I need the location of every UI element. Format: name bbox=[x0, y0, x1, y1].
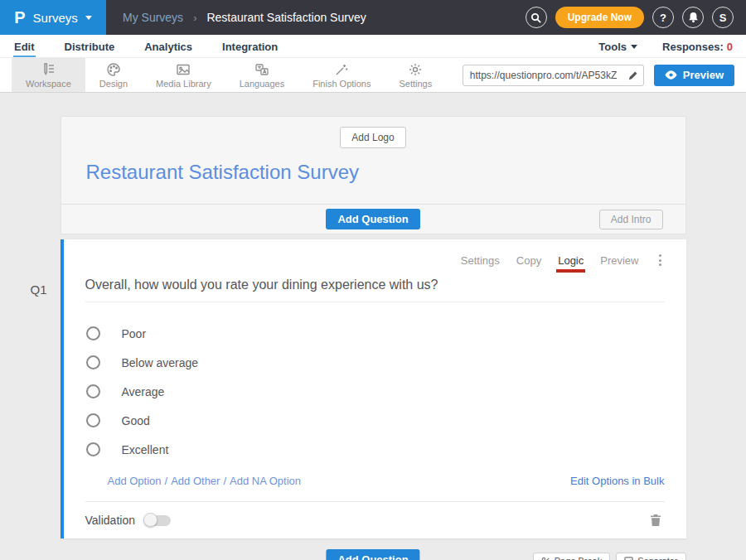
question-logic-link[interactable]: Logic bbox=[558, 254, 584, 267]
trash-icon bbox=[650, 514, 661, 527]
pencil-icon bbox=[628, 70, 638, 80]
radio-button[interactable] bbox=[86, 413, 100, 427]
ellipsis-icon bbox=[659, 254, 661, 257]
add-question-button-bottom[interactable]: Add Question bbox=[326, 549, 419, 560]
toolbar-item-label: Workspace bbox=[26, 79, 71, 89]
page-break-label: Page Break bbox=[555, 556, 602, 560]
toolbar-item-design[interactable]: Design bbox=[85, 58, 142, 92]
radio-button[interactable] bbox=[86, 384, 100, 398]
validation-toggle[interactable] bbox=[146, 515, 171, 526]
breadcrumb-my-surveys[interactable]: My Surveys bbox=[123, 11, 183, 24]
logic-label: Logic bbox=[558, 254, 584, 267]
tab-edit[interactable]: Edit bbox=[13, 38, 36, 57]
topbar: P Surveys My Surveys › Restaurant Satisf… bbox=[0, 0, 746, 35]
magic-wand-icon bbox=[334, 61, 350, 77]
toolbar-right: Preview bbox=[463, 58, 734, 92]
add-logo-button[interactable]: Add Logo bbox=[340, 127, 405, 148]
toggle-knob bbox=[143, 513, 157, 527]
survey-url-box bbox=[463, 65, 644, 86]
survey-nav: Edit Distribute Analytics Integration To… bbox=[0, 35, 746, 57]
question-more-menu[interactable] bbox=[656, 253, 665, 268]
logic-red-annotation bbox=[556, 269, 585, 273]
breadcrumb-current-survey: Restaurant Satisfaction Survey bbox=[206, 11, 366, 24]
chevron-down-icon bbox=[85, 16, 92, 20]
toolbar-item-languages[interactable]: Languages bbox=[225, 58, 298, 92]
add-na-option-link[interactable]: Add NA Option bbox=[230, 475, 301, 487]
option-label[interactable]: Poor bbox=[122, 327, 147, 340]
option-label[interactable]: Average bbox=[122, 385, 165, 398]
page-break-button[interactable]: Page Break bbox=[533, 553, 610, 560]
delete-question-button[interactable] bbox=[650, 514, 661, 527]
help-button[interactable]: ? bbox=[652, 7, 674, 28]
nav-right: Tools Responses:0 bbox=[598, 41, 733, 57]
toolbar-item-workspace[interactable]: Workspace bbox=[12, 58, 85, 92]
tab-analytics[interactable]: Analytics bbox=[143, 38, 193, 57]
breadcrumb-separator: › bbox=[193, 12, 196, 24]
option-label[interactable]: Below average bbox=[122, 356, 199, 369]
option-row: Below average bbox=[86, 348, 665, 377]
answer-options: Poor Below average Average Good Excellen… bbox=[85, 319, 665, 464]
header-actions-row: Add Question Add Intro bbox=[61, 204, 685, 234]
question-preview-link[interactable]: Preview bbox=[600, 254, 638, 267]
validation-label: Validation bbox=[85, 514, 135, 527]
option-row: Good bbox=[86, 406, 665, 435]
user-avatar[interactable]: S bbox=[712, 7, 734, 28]
toolbar-item-label: Settings bbox=[399, 79, 432, 89]
toolbar-item-media-library[interactable]: Media Library bbox=[142, 58, 225, 92]
add-other-link[interactable]: Add Other bbox=[171, 475, 220, 487]
tab-distribute[interactable]: Distribute bbox=[64, 38, 116, 57]
question-settings-link[interactable]: Settings bbox=[461, 254, 500, 267]
separator-checkbox-icon bbox=[624, 557, 633, 560]
toolbar-item-label: Languages bbox=[240, 79, 284, 89]
radio-button[interactable] bbox=[86, 355, 100, 369]
notifications-button[interactable] bbox=[682, 7, 704, 28]
bell-icon bbox=[688, 12, 699, 23]
edit-toolbar: Workspace Design Media Library Languages… bbox=[0, 57, 746, 93]
tools-menu[interactable]: Tools bbox=[598, 41, 637, 53]
add-intro-button[interactable]: Add Intro bbox=[599, 210, 663, 229]
link-separator: / bbox=[165, 475, 168, 487]
survey-url-input[interactable] bbox=[463, 70, 623, 81]
responses-counter[interactable]: Responses:0 bbox=[662, 41, 733, 53]
tools-label: Tools bbox=[598, 41, 627, 53]
preview-button[interactable]: Preview bbox=[654, 65, 734, 86]
survey-editor-canvas: Add Logo Restaurant Satisfaction Survey … bbox=[0, 93, 746, 560]
palette-icon bbox=[105, 61, 121, 77]
option-label[interactable]: Excellent bbox=[122, 443, 169, 456]
gear-icon bbox=[408, 61, 424, 77]
toolbar-item-label: Media Library bbox=[156, 79, 211, 89]
breadcrumb: My Surveys › Restaurant Satisfaction Sur… bbox=[123, 11, 366, 24]
edit-options-in-bulk-link[interactable]: Edit Options in Bulk bbox=[570, 475, 664, 487]
search-button[interactable] bbox=[526, 7, 547, 28]
option-row: Excellent bbox=[86, 435, 665, 464]
separator-label: Separator bbox=[637, 556, 677, 560]
toolbar-item-settings[interactable]: Settings bbox=[385, 58, 446, 92]
survey-title[interactable]: Restaurant Satisfaction Survey bbox=[61, 148, 685, 204]
radio-button[interactable] bbox=[86, 326, 100, 340]
option-row: Poor bbox=[86, 319, 665, 348]
product-switcher[interactable]: P Surveys bbox=[0, 0, 106, 35]
question-copy-link[interactable]: Copy bbox=[516, 254, 541, 267]
upgrade-now-button[interactable]: Upgrade Now bbox=[555, 7, 644, 28]
option-row: Average bbox=[86, 377, 665, 406]
link-separator: / bbox=[223, 475, 226, 487]
page-break-icon bbox=[541, 557, 550, 560]
question-card: Q1 Settings Copy Logic Preview Overall, … bbox=[61, 239, 686, 538]
toolbar-item-label: Finish Options bbox=[312, 79, 371, 89]
add-option-link[interactable]: Add Option bbox=[108, 475, 162, 487]
question-text[interactable]: Overall, how would you rate your dining … bbox=[85, 278, 665, 302]
add-question-button-top[interactable]: Add Question bbox=[326, 209, 419, 229]
option-label[interactable]: Good bbox=[122, 414, 150, 427]
survey-header-card: Add Logo Restaurant Satisfaction Survey … bbox=[61, 116, 686, 234]
toolbar-item-finish-options[interactable]: Finish Options bbox=[298, 58, 385, 92]
question-number: Q1 bbox=[31, 282, 47, 297]
edit-url-button[interactable] bbox=[623, 65, 643, 85]
toolbar-item-label: Design bbox=[99, 79, 128, 89]
separator-button[interactable]: Separator bbox=[616, 553, 685, 560]
tab-integration[interactable]: Integration bbox=[221, 38, 279, 57]
preview-label: Preview bbox=[683, 69, 724, 81]
image-icon bbox=[176, 61, 191, 77]
workspace-icon bbox=[41, 61, 56, 77]
insert-band: Add Question Page Break Separator bbox=[61, 552, 686, 560]
radio-button[interactable] bbox=[86, 442, 100, 456]
